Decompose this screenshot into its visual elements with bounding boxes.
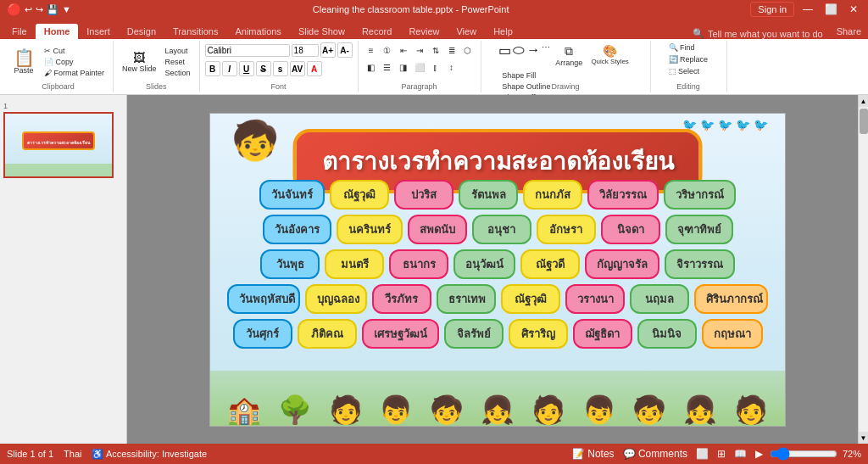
layout-button[interactable]: Layout (162, 46, 194, 56)
arrow-shape[interactable]: → (526, 42, 540, 69)
undo-btn[interactable]: ↩ (25, 4, 32, 15)
name-btn-4-2[interactable]: วีรภัทร (372, 284, 431, 314)
tab-file[interactable]: File (3, 24, 36, 39)
slide-sorter-btn[interactable]: ⊞ (715, 446, 727, 461)
name-btn-4-4[interactable]: ณัฐวุฒิ (501, 284, 560, 314)
redo-btn[interactable]: ↪ (36, 4, 43, 15)
maximize-btn[interactable]: ⬜ (821, 3, 841, 15)
name-btn-5-3[interactable]: จิลรัพย์ (444, 319, 504, 349)
name-btn-1-4[interactable]: กนกภัส (523, 180, 582, 210)
strikethrough-btn[interactable]: S (256, 61, 271, 76)
name-btn-3-2[interactable]: ธนากร (389, 249, 448, 279)
scroll-thumb[interactable] (860, 109, 868, 134)
tell-me-input[interactable]: Tell me what you want to do (708, 29, 823, 39)
name-btn-1-1[interactable]: ณัฐวุฒิ (330, 180, 389, 210)
char-spacing-btn[interactable]: AV (290, 61, 305, 76)
tab-transitions[interactable]: Transitions (164, 24, 226, 39)
align-text-btn[interactable]: ≣ (444, 42, 459, 58)
zoom-slider[interactable] (770, 447, 837, 461)
name-btn-5-2[interactable]: เศรษฐวัฒน์ (362, 319, 439, 349)
name-btn-1-5[interactable]: วิลัยวรรณ (587, 180, 659, 210)
comments-button[interactable]: 💬 Comments (621, 446, 689, 461)
name-btn-2-2[interactable]: สพดนับ (408, 215, 467, 244)
decrease-font-btn[interactable]: A- (337, 42, 353, 58)
name-btn-4-1[interactable]: บุญฉลอง (305, 284, 366, 314)
arrange-button[interactable]: ⧉ Arrange (552, 42, 586, 69)
column-btn[interactable]: ⫿ (428, 59, 443, 75)
paste-button[interactable]: 📋 Paste (8, 48, 39, 76)
signin-button[interactable]: Sign in (750, 2, 794, 17)
shadow-btn[interactable]: s (273, 61, 288, 76)
increase-font-btn[interactable]: A+ (320, 42, 336, 58)
name-btn-2-1[interactable]: นครินทร์ (337, 215, 403, 244)
bullets-btn[interactable]: ≡ (364, 42, 379, 58)
smartart-btn[interactable]: ⬡ (460, 42, 476, 58)
day-btn-tuesday[interactable]: วันอังคาร (263, 215, 331, 244)
name-btn-3-3[interactable]: อนุวัฒน์ (453, 249, 515, 279)
more-shapes-btn[interactable]: ⋯ (542, 42, 550, 69)
name-btn-4-7[interactable]: ศิรินภากรณ์ (694, 284, 768, 314)
name-btn-3-4[interactable]: ณัฐวดี (520, 249, 580, 279)
name-btn-2-6[interactable]: จุฑาทิพย์ (665, 215, 733, 244)
line-spacing-btn[interactable]: ↕ (444, 59, 459, 75)
day-btn-friday[interactable]: วันศุกร์ (233, 319, 292, 349)
save-btn[interactable]: 💾 (47, 4, 58, 15)
bold-btn[interactable]: B (205, 61, 220, 76)
normal-view-btn[interactable]: ⬜ (694, 446, 710, 461)
align-right-btn[interactable]: ◨ (396, 59, 411, 75)
quick-styles-button[interactable]: 🎨 Quick Styles (587, 42, 632, 69)
more-tools-btn[interactable]: ▼ (62, 4, 71, 14)
scroll-up-btn[interactable]: ▲ (859, 95, 868, 107)
tab-insert[interactable]: Insert (78, 24, 119, 39)
replace-button[interactable]: 🔄 Replace (665, 54, 711, 64)
decrease-indent-btn[interactable]: ⇤ (396, 42, 411, 58)
name-btn-5-6[interactable]: นิมนิจ (637, 319, 697, 349)
oval-shape[interactable]: ⬭ (513, 42, 525, 69)
underline-btn[interactable]: U (239, 61, 254, 76)
tab-design[interactable]: Design (119, 24, 164, 39)
name-btn-1-2[interactable]: ปวริส (394, 180, 453, 210)
share-button[interactable]: Share (830, 24, 868, 39)
reset-button[interactable]: Reset (162, 57, 194, 67)
tab-record[interactable]: Record (353, 24, 400, 39)
font-color-btn[interactable]: A (307, 61, 322, 76)
name-btn-5-1[interactable]: ภิติคณ (298, 319, 357, 349)
name-btn-3-1[interactable]: มนตรี (325, 249, 384, 279)
name-btn-1-6[interactable]: วริษากรณ์ (664, 180, 736, 210)
tab-view[interactable]: View (448, 24, 485, 39)
scroll-down-btn[interactable]: ▼ (859, 432, 868, 444)
justify-btn[interactable]: ⬜ (412, 59, 427, 75)
align-left-btn[interactable]: ◧ (364, 59, 379, 75)
text-direction-btn[interactable]: ⇅ (428, 42, 443, 58)
format-painter-button[interactable]: 🖌 Format Painter (41, 68, 108, 78)
name-btn-2-4[interactable]: อักษรา (537, 215, 596, 244)
name-btn-4-5[interactable]: วรางนา (565, 284, 625, 314)
close-btn[interactable]: ✕ (846, 3, 861, 15)
tab-home[interactable]: Home (36, 24, 79, 39)
reading-view-btn[interactable]: 📖 (732, 446, 748, 461)
name-btn-4-6[interactable]: นฤมล (630, 284, 689, 314)
slideshow-btn[interactable]: ▶ (754, 446, 765, 461)
increase-indent-btn[interactable]: ⇥ (412, 42, 427, 58)
tab-animations[interactable]: Animations (226, 24, 289, 39)
name-btn-3-6[interactable]: จิราวรรณ (665, 249, 735, 279)
italic-btn[interactable]: I (222, 61, 237, 76)
shape-fill-button[interactable]: Shape Fill (498, 70, 554, 81)
name-btn-5-7[interactable]: กฤษณา (702, 319, 763, 349)
section-button[interactable]: Section (162, 68, 194, 78)
tab-review[interactable]: Review (400, 24, 448, 39)
minimize-btn[interactable]: — (799, 3, 816, 15)
numbering-btn[interactable]: ① (380, 42, 395, 58)
day-btn-wednesday[interactable]: วันพุธ (260, 249, 320, 279)
name-btn-5-4[interactable]: ศิราริญ (509, 319, 568, 349)
copy-button[interactable]: 📄 Copy (41, 57, 108, 67)
name-btn-2-3[interactable]: อนุชา (472, 215, 531, 244)
name-btn-3-5[interactable]: กัญญาจรัล (585, 249, 659, 279)
font-name-input[interactable] (205, 44, 290, 57)
name-btn-1-3[interactable]: รัตนพล (459, 180, 518, 210)
tab-slideshow[interactable]: Slide Show (290, 24, 353, 39)
find-button[interactable]: 🔍 Find (665, 42, 698, 53)
name-btn-2-5[interactable]: นิจดา (601, 215, 660, 244)
rectangle-shape[interactable]: ▭ (498, 42, 511, 69)
day-btn-thursday[interactable]: วันพฤหัสบดี (227, 284, 300, 314)
